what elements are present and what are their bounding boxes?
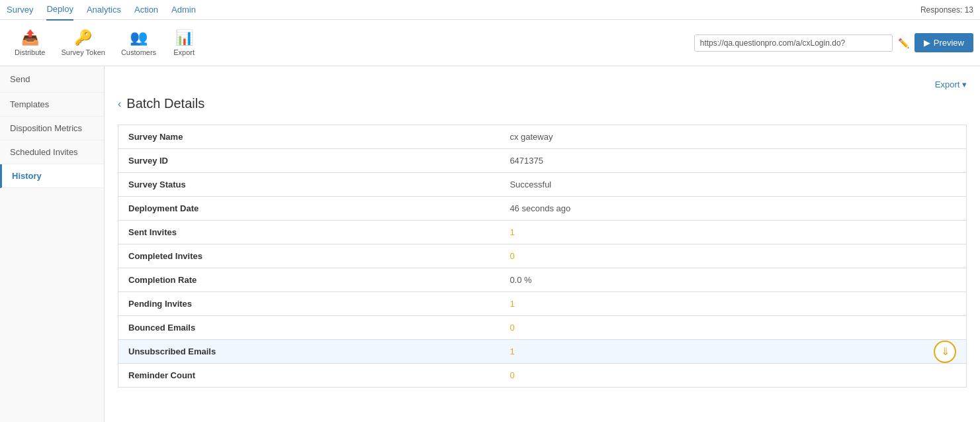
table-value: 1 (500, 292, 966, 316)
batch-details-header: ‹ Batch Details (118, 96, 967, 111)
main-content: Export ▾ ‹ Batch Details Survey Namecx g… (105, 66, 980, 422)
table-key: Survey Status (118, 173, 500, 197)
table-key: Completion Rate (118, 268, 500, 292)
toolbar-distribute-label: Distribute (15, 48, 45, 56)
toolbar-export-label: Export (173, 48, 195, 56)
table-key: Unsubscribed Emails (118, 340, 500, 364)
survey-url-input[interactable] (694, 34, 893, 52)
toolbar-export[interactable]: 📊 Export (164, 26, 204, 59)
edit-url-icon[interactable]: ✏️ (898, 38, 909, 48)
export-dropdown-label: Export ▾ (935, 79, 967, 89)
table-value: 46 seconds ago (500, 197, 966, 221)
table-row: Deployment Date46 seconds ago (118, 197, 967, 221)
nav-survey[interactable]: Survey (7, 0, 33, 20)
toolbar-customers[interactable]: 👥 Customers (113, 26, 164, 59)
distribute-icon: 📤 (21, 29, 39, 46)
preview-button[interactable]: ▶ Preview (914, 33, 973, 52)
table-value: Successful (500, 173, 966, 197)
sidebar-send-label: Send (10, 74, 30, 84)
table-key: Survey Name (118, 125, 500, 149)
table-value: 1⇓ (500, 340, 966, 364)
nav-admin[interactable]: Admin (171, 0, 196, 20)
table-key: Deployment Date (118, 197, 500, 221)
nav-analytics[interactable]: Analytics (87, 0, 121, 20)
table-row: Reminder Count0 (118, 364, 967, 388)
sidebar-templates[interactable]: Templates (0, 93, 104, 117)
table-row: Sent Invites1 (118, 221, 967, 244)
table-key: Sent Invites (118, 221, 500, 244)
sidebar-history[interactable]: History (0, 164, 104, 188)
table-key: Reminder Count (118, 364, 500, 388)
back-arrow-icon[interactable]: ‹ (118, 98, 121, 110)
sidebar-scheduled-invites-label: Scheduled Invites (10, 147, 78, 157)
table-row: Unsubscribed Emails1⇓ (118, 340, 967, 364)
toolbar: 📤 Distribute 🔑 Survey Token 👥 Customers … (0, 20, 980, 66)
sidebar: Send Templates Disposition Metrics Sched… (0, 66, 105, 422)
table-row: Bounced Emails0 (118, 316, 967, 340)
toolbar-distribute[interactable]: 📤 Distribute (7, 26, 53, 59)
toolbar-url-area: ✏️ ▶ Preview (694, 33, 973, 52)
sidebar-disposition-metrics[interactable]: Disposition Metrics (0, 117, 104, 140)
batch-details-title: Batch Details (126, 96, 204, 111)
export-icon: 📊 (175, 29, 193, 46)
table-key: Completed Invites (118, 244, 500, 268)
preview-label: Preview (934, 38, 964, 48)
table-key: Bounced Emails (118, 316, 500, 340)
sidebar-scheduled-invites[interactable]: Scheduled Invites (0, 140, 104, 164)
table-value: 1 (500, 221, 966, 244)
sidebar-disposition-metrics-label: Disposition Metrics (10, 123, 82, 133)
table-row: Survey Namecx gateway (118, 125, 967, 149)
toolbar-survey-token-label: Survey Token (61, 48, 105, 56)
table-value: 0 (500, 244, 966, 268)
table-value: 0 (500, 364, 966, 388)
nav-deploy[interactable]: Deploy (46, 0, 73, 21)
survey-token-icon: 🔑 (74, 29, 92, 46)
export-dropdown-button[interactable]: Export ▾ (935, 79, 967, 89)
sidebar-history-label: History (12, 171, 42, 181)
table-row: Completion Rate0.0 % (118, 268, 967, 292)
table-key: Pending Invites (118, 292, 500, 316)
export-top-area: Export ▾ (118, 79, 967, 89)
table-value: 0.0 % (500, 268, 966, 292)
table-row: Pending Invites1 (118, 292, 967, 316)
top-nav: Survey Deploy Analytics Action Admin Res… (0, 0, 980, 20)
preview-icon: ▶ (924, 38, 930, 48)
customers-icon: 👥 (130, 29, 148, 46)
responses-count: Responses: 13 (920, 5, 973, 15)
table-key: Survey ID (118, 149, 500, 173)
table-value: 6471375 (500, 149, 966, 173)
table-value: 0 (500, 316, 966, 340)
sidebar-templates-label: Templates (10, 99, 49, 109)
table-row: Survey StatusSuccessful (118, 173, 967, 197)
sidebar-send[interactable]: Send (0, 66, 104, 93)
download-button[interactable]: ⇓ (934, 341, 956, 363)
nav-action[interactable]: Action (134, 0, 158, 20)
table-value: cx gateway (500, 125, 966, 149)
toolbar-survey-token[interactable]: 🔑 Survey Token (53, 26, 112, 59)
batch-details-table: Survey Namecx gatewaySurvey ID6471375Sur… (118, 125, 967, 388)
main-layout: Send Templates Disposition Metrics Sched… (0, 66, 980, 422)
toolbar-customers-label: Customers (121, 48, 156, 56)
table-row: Survey ID6471375 (118, 149, 967, 173)
table-row: Completed Invites0 (118, 244, 967, 268)
